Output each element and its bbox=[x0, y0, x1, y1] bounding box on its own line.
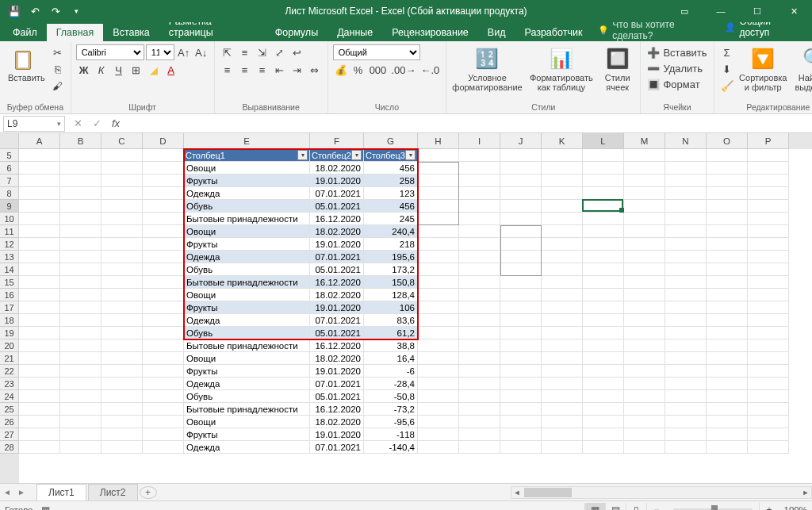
table-cell[interactable]: 18.02.2020 bbox=[310, 225, 364, 238]
cell[interactable] bbox=[542, 403, 583, 416]
cell[interactable] bbox=[60, 149, 102, 162]
cell[interactable] bbox=[19, 365, 60, 378]
align-bottom-icon[interactable]: ⇲ bbox=[255, 44, 270, 60]
new-sheet-button[interactable]: + bbox=[140, 486, 157, 499]
tab-review[interactable]: Рецензирование bbox=[382, 24, 478, 41]
cell[interactable] bbox=[459, 187, 500, 200]
cell[interactable] bbox=[60, 365, 102, 378]
cell[interactable] bbox=[665, 428, 707, 441]
cell[interactable] bbox=[707, 403, 748, 416]
col-header-M[interactable]: M bbox=[624, 133, 665, 149]
table-cell[interactable]: Овощи bbox=[184, 162, 310, 174]
cell[interactable] bbox=[418, 403, 459, 416]
cell[interactable] bbox=[459, 416, 500, 428]
row-header-16[interactable]: 16 bbox=[0, 289, 19, 301]
cell[interactable] bbox=[583, 378, 624, 390]
format-cells-button[interactable]: 🔳Формат bbox=[645, 76, 701, 92]
cell[interactable] bbox=[459, 238, 500, 251]
col-header-H[interactable]: H bbox=[418, 133, 459, 149]
cell[interactable] bbox=[583, 301, 624, 314]
cell[interactable] bbox=[542, 390, 583, 403]
cell[interactable] bbox=[542, 276, 583, 289]
table-cell[interactable]: Одежда bbox=[184, 441, 310, 454]
cell[interactable] bbox=[459, 352, 500, 365]
row-headers[interactable]: 5678910111213141516171819202122232425262… bbox=[0, 149, 19, 483]
cell[interactable] bbox=[707, 149, 748, 162]
cell[interactable] bbox=[542, 162, 583, 174]
cell[interactable] bbox=[665, 276, 707, 289]
cell[interactable] bbox=[665, 213, 707, 225]
delete-cells-button[interactable]: ➖Удалить bbox=[645, 60, 704, 76]
cell[interactable] bbox=[418, 251, 459, 263]
cell[interactable] bbox=[665, 162, 707, 174]
row-header-5[interactable]: 5 bbox=[0, 149, 19, 162]
table-cell[interactable]: Обувь bbox=[184, 327, 310, 339]
cell[interactable] bbox=[459, 200, 500, 213]
col-header-P[interactable]: P bbox=[748, 133, 789, 149]
cell[interactable] bbox=[143, 314, 184, 327]
currency-icon[interactable]: 💰 bbox=[333, 62, 349, 78]
cell[interactable] bbox=[60, 441, 102, 454]
row-header-19[interactable]: 19 bbox=[0, 327, 19, 339]
tell-me[interactable]: Что вы хотите сделать? bbox=[598, 19, 714, 41]
select-all-corner[interactable] bbox=[0, 133, 19, 149]
cell[interactable] bbox=[19, 339, 60, 352]
cell[interactable] bbox=[500, 251, 542, 263]
cell[interactable] bbox=[143, 339, 184, 352]
col-header-B[interactable]: B bbox=[60, 133, 102, 149]
cell[interactable] bbox=[19, 251, 60, 263]
cell[interactable] bbox=[624, 352, 665, 365]
cell[interactable] bbox=[19, 327, 60, 339]
row-header-13[interactable]: 13 bbox=[0, 251, 19, 263]
table-cell[interactable]: 18.02.2020 bbox=[310, 162, 364, 174]
cell[interactable] bbox=[459, 339, 500, 352]
cell[interactable] bbox=[500, 416, 542, 428]
row-header-18[interactable]: 18 bbox=[0, 314, 19, 327]
cell[interactable] bbox=[665, 289, 707, 301]
cell[interactable] bbox=[500, 200, 542, 213]
cell[interactable] bbox=[748, 339, 789, 352]
scroll-right-icon[interactable]: ► bbox=[800, 489, 811, 497]
paste-button[interactable]: Вставить bbox=[5, 44, 48, 84]
cell[interactable] bbox=[665, 403, 707, 416]
zoom-in-button[interactable]: + bbox=[759, 503, 779, 511]
cell[interactable] bbox=[418, 238, 459, 251]
table-cell[interactable]: Фрукты bbox=[184, 174, 310, 187]
table-cell[interactable]: Фрукты bbox=[184, 301, 310, 314]
cell[interactable] bbox=[102, 365, 143, 378]
table-header-cell[interactable]: Столбец3▾ bbox=[364, 149, 418, 162]
cell[interactable] bbox=[583, 238, 624, 251]
cell[interactable] bbox=[500, 187, 542, 200]
save-icon[interactable]: 💾 bbox=[5, 2, 24, 21]
cell[interactable] bbox=[60, 187, 102, 200]
cell[interactable] bbox=[500, 213, 542, 225]
tab-home[interactable]: Главная bbox=[47, 24, 104, 41]
cell[interactable] bbox=[143, 301, 184, 314]
cell[interactable] bbox=[583, 327, 624, 339]
table-cell[interactable]: 61,2 bbox=[364, 327, 418, 339]
cell[interactable] bbox=[665, 339, 707, 352]
cell[interactable] bbox=[459, 251, 500, 263]
cell[interactable] bbox=[500, 441, 542, 454]
tab-data[interactable]: Данные bbox=[327, 24, 382, 41]
col-header-I[interactable]: I bbox=[459, 133, 500, 149]
cell[interactable] bbox=[542, 441, 583, 454]
cell[interactable] bbox=[102, 276, 143, 289]
table-cell[interactable]: Овощи bbox=[184, 352, 310, 365]
cell[interactable] bbox=[143, 251, 184, 263]
cell[interactable] bbox=[143, 276, 184, 289]
cell[interactable] bbox=[19, 314, 60, 327]
cell[interactable] bbox=[60, 263, 102, 276]
cell[interactable] bbox=[665, 263, 707, 276]
cell[interactable] bbox=[624, 162, 665, 174]
table-cell[interactable]: -140,4 bbox=[364, 441, 418, 454]
cell[interactable] bbox=[665, 314, 707, 327]
sheet-tab-1[interactable]: Лист1 bbox=[36, 484, 86, 500]
conditional-formatting-button[interactable]: 🔢Условное форматирование bbox=[451, 44, 523, 94]
cell[interactable] bbox=[143, 187, 184, 200]
cell[interactable] bbox=[19, 225, 60, 238]
table-cell[interactable]: Бытовые принадлежности bbox=[184, 276, 310, 289]
cell[interactable] bbox=[19, 263, 60, 276]
cell[interactable] bbox=[624, 213, 665, 225]
cell[interactable] bbox=[624, 200, 665, 213]
